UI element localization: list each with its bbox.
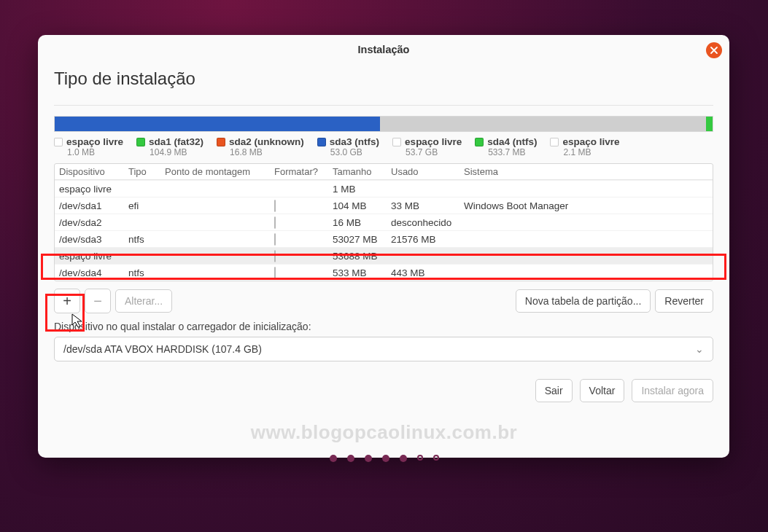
bootloader-label: Dispositivo no qual instalar o carregado… xyxy=(54,321,713,332)
col-format: Formatar? xyxy=(274,166,333,177)
table-row[interactable]: /dev/sda4 ntfs 533 MB 443 MB xyxy=(55,264,713,281)
cell-type: ntfs xyxy=(128,234,165,245)
legend-size: 104.9 MB xyxy=(150,147,203,157)
cell-used: desconhecido xyxy=(391,217,464,228)
legend-label: espaço livre xyxy=(66,136,123,147)
progress-dot xyxy=(382,455,389,462)
cell-device: /dev/sda2 xyxy=(59,217,128,228)
legend-item: sda2 (unknown)16.8 MB xyxy=(217,136,304,157)
legend-swatch xyxy=(217,138,225,146)
format-checkbox[interactable] xyxy=(274,200,276,212)
divider xyxy=(54,105,713,106)
progress-dot xyxy=(400,455,407,462)
col-used: Usado xyxy=(391,166,464,177)
cell-device: espaço livre xyxy=(59,251,128,262)
legend-size: 1.0 MB xyxy=(67,147,123,157)
window-title: Instalação xyxy=(358,44,410,55)
col-device: Dispositivo xyxy=(59,166,128,177)
legend-label: sda4 (ntfs) xyxy=(487,136,537,147)
format-checkbox[interactable] xyxy=(274,267,276,279)
legend-label: sda1 (fat32) xyxy=(149,136,203,147)
cell-device: /dev/sda1 xyxy=(59,200,128,211)
watermark: www.blogopcaolinux.com.br xyxy=(251,421,517,444)
legend-swatch xyxy=(392,138,401,146)
format-checkbox[interactable] xyxy=(274,216,276,229)
cell-device: /dev/sda3 xyxy=(59,234,128,245)
cell-size: 1 MB xyxy=(333,184,391,195)
legend-label: espaço livre xyxy=(405,136,462,147)
diskbar-segment xyxy=(380,117,705,131)
legend-swatch xyxy=(54,138,63,146)
close-button[interactable] xyxy=(706,42,722,58)
legend-label: sda2 (unknown) xyxy=(229,136,304,147)
content: Tipo de instalação espaço livre1.0 MBsda… xyxy=(38,64,729,458)
legend-swatch xyxy=(317,138,326,146)
cell-device: espaço livre xyxy=(59,184,128,195)
titlebar: Instalação xyxy=(38,35,729,64)
bootloader-select[interactable]: /dev/sda ATA VBOX HARDDISK (107.4 GB) ⌄ xyxy=(54,337,713,361)
cell-format xyxy=(274,251,333,262)
progress-dot xyxy=(417,455,423,461)
format-checkbox[interactable] xyxy=(274,250,276,262)
legend-item: espaço livre53.7 GB xyxy=(392,136,462,157)
new-partition-table-button[interactable]: Nova tabela de partição... xyxy=(516,289,651,313)
change-partition-button[interactable]: Alterar... xyxy=(115,289,172,313)
cell-size: 53688 MB xyxy=(333,251,391,262)
cell-system: Windows Boot Manager xyxy=(464,200,708,211)
cell-format xyxy=(274,217,333,228)
legend-item: espaço livre2.1 MB xyxy=(550,136,619,157)
quit-button[interactable]: Sair xyxy=(535,379,573,402)
partition-toolbar: + − Alterar... Nova tabela de partição..… xyxy=(54,289,713,313)
progress-dot xyxy=(433,455,439,461)
legend-item: espaço livre1.0 MB xyxy=(54,136,123,157)
cell-used: 33 MB xyxy=(391,200,464,211)
table-row[interactable]: /dev/sda2 16 MB desconhecido xyxy=(55,214,713,230)
legend-swatch xyxy=(550,138,559,146)
footer-buttons: Sair Voltar Instalar agora xyxy=(54,379,713,402)
col-type: Tipo xyxy=(128,166,165,177)
col-size: Tamanho xyxy=(333,166,391,177)
cell-format xyxy=(274,234,333,245)
table-row[interactable]: espaço livre 1 MB xyxy=(55,180,713,197)
legend-item: sda4 (ntfs)533.7 MB xyxy=(475,136,537,157)
legend-size: 2.1 MB xyxy=(563,147,619,157)
legend-label: sda3 (ntfs) xyxy=(330,136,379,147)
progress-dot xyxy=(347,455,354,462)
disk-usage-bar xyxy=(54,116,713,132)
legend-label: espaço livre xyxy=(562,136,619,147)
table-row[interactable]: /dev/sda1 efi 104 MB 33 MB Windows Boot … xyxy=(55,197,713,214)
add-partition-button[interactable]: + xyxy=(54,289,80,313)
chevron-down-icon: ⌄ xyxy=(695,343,704,355)
legend-size: 53.7 GB xyxy=(406,147,462,157)
bootloader-value: /dev/sda ATA VBOX HARDDISK (107.4 GB) xyxy=(63,343,262,355)
remove-partition-button[interactable]: − xyxy=(85,289,111,313)
close-icon xyxy=(710,46,718,55)
table-header: Dispositivo Tipo Ponto de montagem Forma… xyxy=(55,164,713,180)
table-row[interactable]: espaço livre 53688 MB xyxy=(55,247,713,264)
cell-type: ntfs xyxy=(128,267,165,278)
format-checkbox[interactable] xyxy=(274,233,276,246)
progress-dot xyxy=(330,455,337,462)
legend-size: 16.8 MB xyxy=(230,147,304,157)
cell-used: 21576 MB xyxy=(391,234,464,245)
cell-size: 53027 MB xyxy=(333,234,391,245)
page-title: Tipo de instalação xyxy=(54,69,713,89)
legend-item: sda3 (ntfs)53.0 GB xyxy=(317,136,379,157)
cell-device: /dev/sda4 xyxy=(59,267,128,278)
table-row[interactable]: /dev/sda3 ntfs 53027 MB 21576 MB xyxy=(55,230,713,247)
legend-swatch xyxy=(475,138,484,146)
revert-button[interactable]: Reverter xyxy=(655,289,713,313)
install-now-button[interactable]: Instalar agora xyxy=(632,379,713,402)
col-system: Sistema xyxy=(464,166,708,177)
legend-size: 533.7 MB xyxy=(488,147,537,157)
col-mount: Ponto de montagem xyxy=(165,166,274,177)
diskbar-segment xyxy=(706,117,713,131)
back-button[interactable]: Voltar xyxy=(580,379,625,402)
diskbar-segment xyxy=(55,117,380,131)
installer-window: Instalação Tipo de instalação espaço liv… xyxy=(38,35,729,458)
cell-type: efi xyxy=(128,200,165,211)
partition-table: Dispositivo Tipo Ponto de montagem Forma… xyxy=(54,163,713,281)
progress-dots xyxy=(330,455,439,462)
partition-legend: espaço livre1.0 MBsda1 (fat32)104.9 MBsd… xyxy=(54,136,713,157)
progress-dot xyxy=(365,455,372,462)
